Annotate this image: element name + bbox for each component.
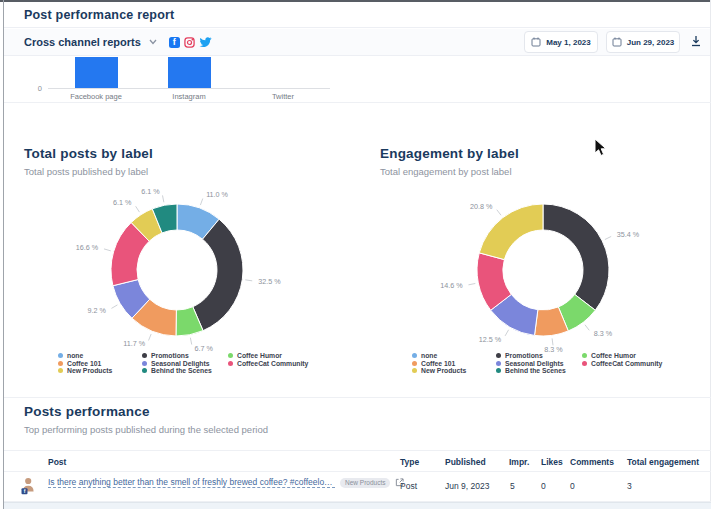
legend-label: none [421, 352, 437, 359]
legend-dot [496, 368, 501, 373]
legend-dot [582, 353, 587, 358]
label-leader-line [104, 249, 111, 251]
legend-dot [142, 353, 147, 358]
legend-label: New Products [67, 367, 112, 374]
report-toolbar: Cross channel reports f [4, 29, 710, 56]
legend-item-none[interactable]: none [58, 352, 112, 360]
download-report-button[interactable] [688, 33, 704, 52]
date-to-picker[interactable]: Jun 29, 2023 [606, 31, 680, 53]
legend-item-behind-the-scenes[interactable]: Behind the Scenes [496, 367, 566, 375]
legend-column: noneCoffee 101New Products [412, 352, 466, 375]
legend-column: PromotionsSeasonal DelightsBehind the Sc… [496, 352, 566, 375]
report-page: Post performance report Cross channel re… [0, 0, 711, 509]
label-leader-line [136, 206, 140, 212]
legend-dot [412, 353, 417, 358]
legend-item-seasonal-delights[interactable]: Seasonal Delights [496, 360, 566, 368]
col-likes: Likes [541, 457, 563, 467]
legend-label: Seasonal Delights [151, 360, 210, 367]
legend-item-behind-the-scenes[interactable]: Behind the Scenes [142, 367, 212, 375]
legend-column: noneCoffee 101New Products [58, 352, 112, 375]
legend-label: Coffee Humor [237, 352, 282, 359]
col-total-engagement: Total engagement [627, 457, 699, 467]
legend-item-promotions[interactable]: Promotions [142, 352, 212, 360]
legend-item-new-products[interactable]: New Products [412, 367, 466, 375]
posts-performance-title: Posts performance [24, 404, 150, 419]
legend-item-seasonal-delights[interactable]: Seasonal Delights [142, 360, 212, 368]
label-leader-line [163, 195, 164, 202]
label-leader-line [605, 236, 611, 239]
section-divider [4, 397, 711, 398]
donut-percent-label: 11.7 % [123, 339, 145, 348]
bar-0[interactable] [75, 57, 118, 88]
legend-label: Coffee 101 [67, 360, 101, 367]
legend-column: Coffee HumorCoffeeCat Community [582, 352, 662, 367]
chevron-down-icon[interactable] [149, 39, 157, 45]
legend-dot [58, 353, 63, 358]
donut-slice-promotions[interactable] [543, 204, 609, 310]
donut-percent-label: 9.2 % [88, 306, 107, 315]
bar-category-label: Facebook page [51, 92, 141, 101]
legend-label: none [67, 352, 83, 359]
cell-total-engagement: 3 [627, 481, 632, 491]
report-selector[interactable]: Cross channel reports [24, 36, 141, 48]
table-top-divider [4, 450, 711, 451]
col-impressions: Impr. [509, 457, 529, 467]
legend-item-promotions[interactable]: Promotions [496, 352, 566, 360]
post-link[interactable]: Is there anything better than the smell … [48, 477, 335, 488]
label-leader-line [200, 199, 202, 206]
legend-label: CoffeeCat Community [591, 360, 662, 367]
label-leader-line [497, 210, 501, 216]
donut-percent-label: 14.6 % [440, 281, 463, 290]
y-axis-zero-tick: 0 [28, 84, 42, 93]
mouse-cursor [594, 138, 608, 158]
legend-label: Seasonal Delights [505, 360, 564, 367]
cell-published: Jun 9, 2023 [445, 481, 489, 491]
cell-likes: 0 [541, 481, 546, 491]
bottom-scroll-strip [4, 502, 711, 509]
label-leader-line [245, 280, 252, 281]
legend-dot [58, 368, 63, 373]
legend-dot [142, 368, 147, 373]
donut-percent-label: 6.1 % [141, 187, 160, 196]
col-type: Type [400, 457, 419, 467]
legend-item-none[interactable]: none [412, 352, 466, 360]
donut-percent-label: 12.5 % [479, 335, 502, 344]
legend-dot [412, 368, 417, 373]
bar-1[interactable] [168, 57, 211, 88]
channel-bar-chart[interactable]: 0 Facebook pageInstagramTwitter [4, 57, 711, 102]
engagement-title: Engagement by label [380, 146, 519, 161]
donut-percent-label: 6.1 % [113, 198, 132, 207]
posts-performance-subtitle: Top performing posts published during th… [24, 424, 268, 435]
col-published: Published [445, 457, 486, 467]
channel-icons: f [169, 37, 212, 48]
legend-item-coffeecat-community[interactable]: CoffeeCat Community [228, 360, 308, 368]
legend-item-coffee-101[interactable]: Coffee 101 [412, 360, 466, 368]
engagement-subtitle: Total engagement by post label [380, 166, 512, 177]
bar-category-label: Twitter [238, 92, 328, 101]
col-post: Post [48, 457, 66, 467]
legend-column: Coffee HumorCoffeeCat Community [228, 352, 308, 367]
legend-item-new-products[interactable]: New Products [58, 367, 112, 375]
legend-dot [228, 353, 233, 358]
label-leader-line [149, 334, 152, 340]
total-posts-donut-chart[interactable]: 11.0 %32.5 %6.7 %11.7 %9.2 %16.6 %6.1 %6… [27, 186, 327, 354]
legend-item-coffeecat-community[interactable]: CoffeeCat Community [582, 360, 662, 368]
legend-label: Promotions [151, 352, 189, 359]
legend-dot [228, 361, 233, 366]
donut-slice-new-products[interactable] [479, 204, 543, 260]
legend-column: PromotionsSeasonal DelightsBehind the Sc… [142, 352, 212, 375]
donut-percent-label: 16.6 % [76, 243, 99, 252]
legend-item-coffee-101[interactable]: Coffee 101 [58, 360, 112, 368]
legend-item-coffee-humor[interactable]: Coffee Humor [582, 352, 662, 360]
label-leader-line [190, 338, 191, 345]
legend-label: Behind the Scenes [505, 367, 566, 374]
legend-item-coffee-humor[interactable]: Coffee Humor [228, 352, 308, 360]
date-from-picker[interactable]: May 1, 2023 [524, 31, 598, 53]
engagement-donut-chart[interactable]: 35.4 %8.3 %8.3 %12.5 %14.6 %20.8 % [393, 186, 693, 354]
legend-label: Coffee 101 [421, 360, 455, 367]
legend-dot [496, 353, 501, 358]
legend-label: New Products [421, 367, 466, 374]
label-leader-line [585, 325, 589, 331]
legend-label: Coffee Humor [591, 352, 636, 359]
cell-impressions: 5 [510, 481, 515, 491]
